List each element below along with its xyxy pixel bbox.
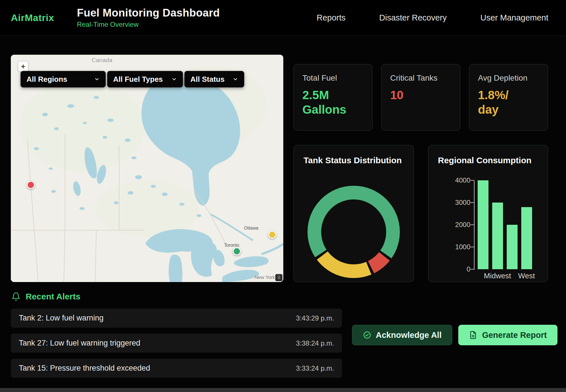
y-tick-mark xyxy=(471,224,474,225)
x-tick-label: West xyxy=(510,271,544,280)
alerts-title: Recent Alerts xyxy=(26,292,80,301)
tank-status-card: Tank Status Distribution xyxy=(294,145,414,282)
y-tick-mark xyxy=(471,247,474,247)
y-tick-label: 3000 xyxy=(428,199,471,207)
filter-regions-select[interactable]: All Regions xyxy=(21,71,106,87)
tank-marker-critical[interactable] xyxy=(27,181,35,189)
alert-list: Tank 2: Low fuel warning 3:43:29 p.m. Ta… xyxy=(11,309,342,384)
bar[interactable] xyxy=(478,180,488,269)
chevron-down-icon xyxy=(171,76,177,82)
alert-message: Tank 27: Low fuel warning triggered xyxy=(19,339,140,348)
bar[interactable] xyxy=(521,207,532,269)
bottom-strip xyxy=(0,388,566,392)
fuel-monitoring-dashboard: AirMatrix Fuel Monitoring Dashboard Real… xyxy=(0,0,566,392)
chevron-down-icon xyxy=(94,76,100,82)
alert-message: Tank 15: Pressure threshold exceeded xyxy=(19,364,150,373)
bar-chart-area: 01000200030004000MidwestWest xyxy=(428,145,548,282)
stat-label: Avg Depletion xyxy=(478,74,539,83)
y-axis-line xyxy=(474,180,475,270)
alert-time: 3:43:29 p.m. xyxy=(296,314,334,322)
nav-user-management[interactable]: User Management xyxy=(480,13,548,23)
main-nav: Reports Disaster Recovery User Managemen… xyxy=(317,13,566,23)
bar[interactable] xyxy=(492,203,503,269)
resize-grip-icon[interactable]: ⠿ xyxy=(275,274,282,281)
alert-row[interactable]: Tank 27: Low fuel warning triggered 3:38… xyxy=(11,334,342,353)
recent-alerts-header: Recent Alerts xyxy=(11,292,80,301)
filter-regions-label: All Regions xyxy=(27,75,67,84)
title-block: Fuel Monitoring Dashboard Real-Time Over… xyxy=(77,7,220,28)
brand-logo: AirMatrix xyxy=(11,12,54,23)
y-tick-mark xyxy=(471,269,474,270)
alert-message: Tank 2: Low fuel warning xyxy=(19,314,103,322)
filter-status-select[interactable]: All Status xyxy=(184,71,244,87)
filter-fuel-types-label: All Fuel Types xyxy=(113,75,163,84)
stat-card-critical-tanks: Critical Tanks 10 xyxy=(381,64,460,130)
chevron-down-icon xyxy=(233,76,238,82)
stat-card-avg-depletion: Avg Depletion 1.8%/ day xyxy=(469,64,548,130)
stat-value: 1.8%/ day xyxy=(478,88,539,117)
donut-chart[interactable] xyxy=(308,186,400,278)
document-icon xyxy=(469,331,477,339)
nav-disaster-recovery[interactable]: Disaster Recovery xyxy=(379,13,447,23)
y-tick-label: 2000 xyxy=(428,221,471,229)
stat-label: Total Fuel xyxy=(302,74,364,83)
alert-time: 3:38:24 p.m. xyxy=(296,339,334,347)
zoom-in-button[interactable]: + xyxy=(18,61,28,72)
map-canvas xyxy=(11,55,283,282)
map-label-ottawa: Ottawa xyxy=(244,226,258,231)
page-title: Fuel Monitoring Dashboard xyxy=(77,7,220,19)
app-header: AirMatrix Fuel Monitoring Dashboard Real… xyxy=(0,0,566,36)
y-tick-mark xyxy=(471,202,474,203)
nav-reports[interactable]: Reports xyxy=(317,13,346,23)
donut-hole xyxy=(321,199,386,264)
y-tick-label: 4000 xyxy=(428,176,471,184)
check-circle-icon xyxy=(363,331,371,339)
y-tick-label: 0 xyxy=(428,265,471,273)
map-panel[interactable]: Canada Ottawa Toronto New York + All Reg… xyxy=(11,55,283,282)
bar[interactable] xyxy=(507,225,518,269)
filter-fuel-types-select[interactable]: All Fuel Types xyxy=(107,71,183,87)
generate-report-button[interactable]: Generate Report xyxy=(458,325,557,345)
map-label-canada: Canada xyxy=(82,57,122,64)
alert-row[interactable]: Tank 15: Pressure threshold exceeded 3:3… xyxy=(11,359,342,378)
acknowledge-all-button[interactable]: Acknowledge All xyxy=(352,325,452,345)
alert-time: 3:33:24 p.m. xyxy=(296,364,334,372)
bell-icon xyxy=(11,292,21,301)
filter-status-label: All Status xyxy=(190,75,225,84)
charts-row: Tank Status Distribution Regional Consum… xyxy=(294,145,548,282)
stat-label: Critical Tanks xyxy=(390,74,451,83)
regional-consumption-card: Regional Consumption 01000200030004000Mi… xyxy=(428,145,548,282)
stats-row: Total Fuel 2.5M Gallons Critical Tanks 1… xyxy=(294,64,548,130)
stat-value: 2.5M Gallons xyxy=(302,88,364,117)
page-subtitle: Real-Time Overview xyxy=(77,21,220,28)
stat-value: 10 xyxy=(390,88,451,102)
tank-marker-normal[interactable] xyxy=(233,247,241,255)
stat-card-total-fuel: Total Fuel 2.5M Gallons xyxy=(294,64,372,130)
y-tick-label: 1000 xyxy=(428,243,471,251)
alert-row[interactable]: Tank 2: Low fuel warning 3:43:29 p.m. xyxy=(11,309,342,328)
map-label-new-york: New York xyxy=(255,275,275,280)
y-tick-mark xyxy=(471,180,474,181)
generate-report-label: Generate Report xyxy=(482,330,547,340)
tank-status-title: Tank Status Distribution xyxy=(294,145,414,165)
tank-marker-warning[interactable] xyxy=(268,231,276,239)
acknowledge-all-label: Acknowledge All xyxy=(376,330,442,340)
